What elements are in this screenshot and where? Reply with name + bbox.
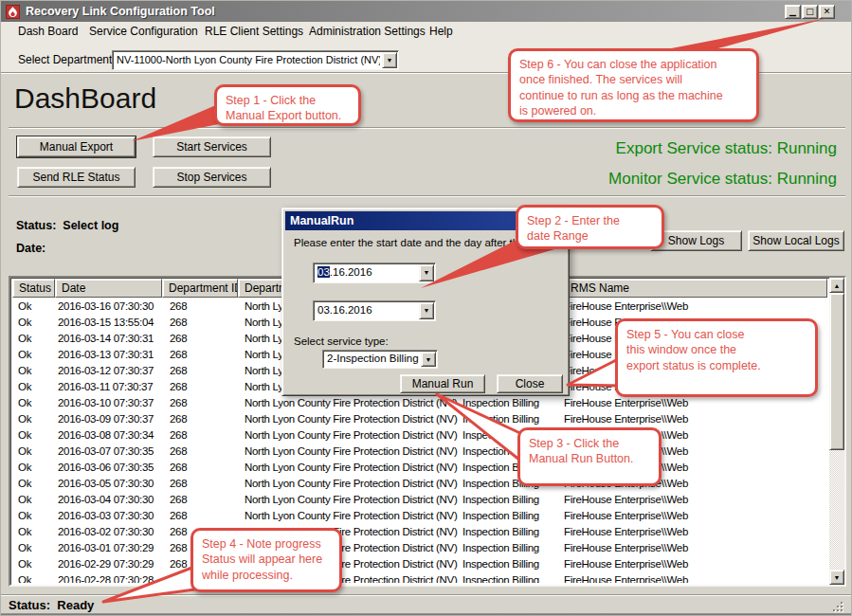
table-cell: Ok xyxy=(18,395,31,411)
table-row[interactable]: Ok2016-03-04 07:30:30268North Lyon Count… xyxy=(10,492,827,508)
end-date-combobox[interactable]: 03.16.2016 ▼ xyxy=(313,300,436,321)
table-row[interactable]: Ok2016-03-06 07:30:35268North Lyon Count… xyxy=(10,460,827,476)
table-cell: Inspection Billing xyxy=(462,395,539,411)
start-date-combobox[interactable]: 03.16.2016 ▼ xyxy=(313,263,436,283)
divider xyxy=(1,594,852,596)
column-header-status[interactable]: Status xyxy=(12,279,55,298)
table-cell: 2016-03-06 07:30:35 xyxy=(58,460,154,476)
column-header-department-id[interactable]: Department ID xyxy=(162,279,238,298)
log-date-label: Date: xyxy=(16,242,45,255)
maximize-icon[interactable]: □ xyxy=(802,5,818,19)
log-status-label: Status: Select log xyxy=(16,219,118,232)
window-title: Recovery Link Configuration Tool xyxy=(26,5,215,18)
table-row[interactable]: Ok2016-03-07 07:30:35268North Lyon Count… xyxy=(10,444,827,460)
divider xyxy=(9,195,845,197)
divider xyxy=(9,127,845,129)
menu-help[interactable]: Help xyxy=(429,25,453,38)
app-window: Recovery Link Configuration Tool ▁ □ ✕ D… xyxy=(0,0,852,616)
chevron-down-icon[interactable]: ▼ xyxy=(421,352,436,367)
department-combobox[interactable]: NV-11000-North Lyon County Fire Protecti… xyxy=(112,50,399,70)
scroll-up-icon[interactable]: ▲ xyxy=(829,278,844,293)
table-row[interactable]: Ok2016-03-02 07:30:30268North Lyon Count… xyxy=(10,524,827,540)
scroll-down-icon[interactable]: ▼ xyxy=(829,570,844,585)
table-cell: 2016-03-14 07:30:31 xyxy=(58,331,154,347)
table-cell: Inspection Billing xyxy=(462,492,539,508)
callout-step4: Step 4 - Note progress Status will appea… xyxy=(190,528,342,592)
column-header-date[interactable]: Date xyxy=(55,279,162,298)
callout-step5: Step 5 - You can close this window once … xyxy=(615,318,818,397)
menu-rle-client-settings[interactable]: RLE Client Settings xyxy=(205,25,303,38)
table-cell: North Lyon County Fire Protection Distri… xyxy=(245,395,458,411)
table-cell: 268 xyxy=(170,508,187,524)
start-services-button[interactable]: Start Services xyxy=(153,136,271,157)
table-cell: FireHouse Enterprise\\Web xyxy=(564,411,688,427)
department-value: NV-11000-North Lyon County Fire Protecti… xyxy=(117,51,380,69)
table-row[interactable]: Ok2016-03-10 07:30:37268North Lyon Count… xyxy=(10,395,827,411)
menu-administration-settings[interactable]: Administration Settings xyxy=(309,25,426,38)
table-cell: FireHouse Enterprise\\Web xyxy=(564,395,688,411)
monitor-service-status: Monitor Service status: Running xyxy=(608,170,837,189)
chevron-down-icon[interactable]: ▼ xyxy=(419,302,434,319)
service-type-label: Select service type: xyxy=(294,335,389,347)
start-date-value: 03.16.2016 xyxy=(317,263,417,282)
table-row[interactable]: Ok2016-03-05 07:30:30268North Lyon Count… xyxy=(10,476,827,492)
table-cell: 2016-02-28 07:30:28 xyxy=(58,572,154,583)
table-cell: 2016-03-09 07:30:37 xyxy=(58,411,154,427)
table-row[interactable]: Ok2016-02-28 07:30:28268North Lyon Count… xyxy=(10,572,827,583)
resize-grip-icon[interactable] xyxy=(833,602,843,611)
chevron-down-icon[interactable]: ▼ xyxy=(382,52,397,68)
manual-export-button[interactable]: Manual Export xyxy=(17,136,136,157)
table-cell: Ok xyxy=(18,540,31,556)
table-cell: 268 xyxy=(170,363,187,379)
table-cell: 268 xyxy=(170,299,187,315)
table-cell: 2016-03-13 07:30:31 xyxy=(58,347,154,363)
table-row[interactable]: Ok2016-02-29 07:30:29268North Lyon Count… xyxy=(10,556,827,572)
minimize-icon[interactable]: ▁ xyxy=(785,5,801,19)
vertical-scrollbar[interactable]: ▲ ▼ xyxy=(829,278,844,585)
table-cell: 2016-03-03 07:30:30 xyxy=(58,508,154,524)
table-cell: North Lyon County Fire Protection Distri… xyxy=(245,492,458,508)
table-row[interactable]: Ok2016-03-08 07:30:34268North Lyon Count… xyxy=(10,427,827,444)
table-cell: 268 xyxy=(170,315,187,331)
table-cell: Ok xyxy=(18,363,31,379)
table-cell: Ok xyxy=(18,556,31,572)
title-bar: Recovery Link Configuration Tool ▁ □ ✕ xyxy=(1,1,852,22)
table-row[interactable]: Ok2016-03-01 07:30:29268North Lyon Count… xyxy=(10,540,827,556)
table-cell: FireHouse Enterprise\\Web xyxy=(564,508,688,524)
stop-services-button[interactable]: Stop Services xyxy=(153,167,271,188)
menu-bar: Dash Board Service Configuration RLE Cli… xyxy=(1,22,852,44)
column-header-rms-name[interactable]: RMS Name xyxy=(562,279,827,298)
callout-step3: Step 3 - Click the Manual Run Button. xyxy=(517,427,662,486)
manual-run-button[interactable]: Manual Run xyxy=(400,374,485,393)
table-cell: 2016-03-01 07:30:29 xyxy=(58,540,154,556)
table-row[interactable]: Ok2016-03-09 07:30:37268North Lyon Count… xyxy=(10,411,827,427)
close-icon[interactable]: ✕ xyxy=(819,5,835,19)
table-cell: FireHouse Enterprise\\Web xyxy=(564,492,688,508)
table-cell: 268 xyxy=(170,460,187,476)
table-cell: Ok xyxy=(18,492,31,508)
chevron-down-icon[interactable]: ▼ xyxy=(419,264,434,281)
menu-service-configuration[interactable]: Service Configuration xyxy=(89,25,198,38)
table-cell: Ok xyxy=(18,444,31,460)
table-cell: 268 xyxy=(170,572,187,583)
table-cell: Inspection Billing xyxy=(462,411,539,427)
table-cell: Inspection Billing xyxy=(462,508,539,524)
menu-dash-board[interactable]: Dash Board xyxy=(18,25,78,38)
send-rle-status-button[interactable]: Send RLE Status xyxy=(17,167,136,188)
table-cell: Inspection Billing xyxy=(462,556,539,572)
table-cell: 268 xyxy=(170,331,187,347)
table-cell: Ok xyxy=(18,572,31,583)
table-cell: 268 xyxy=(170,540,187,556)
dialog-close-button[interactable]: Close xyxy=(497,374,563,393)
table-cell: Ok xyxy=(18,299,31,315)
show-local-logs-button[interactable]: Show Local Logs xyxy=(748,230,844,251)
service-type-combobox[interactable]: 2-Inspection Billing ▼ xyxy=(322,350,438,369)
table-cell: 268 xyxy=(170,395,187,411)
table-cell: Ok xyxy=(18,347,31,363)
scrollbar-thumb[interactable] xyxy=(829,293,844,450)
table-cell: Inspection Billing xyxy=(462,540,539,556)
table-cell: Ok xyxy=(18,331,31,347)
table-cell: Inspection Billing xyxy=(462,572,539,583)
table-row[interactable]: Ok2016-03-03 07:30:30268North Lyon Count… xyxy=(10,508,827,524)
table-cell: 2016-03-04 07:30:30 xyxy=(58,492,154,508)
